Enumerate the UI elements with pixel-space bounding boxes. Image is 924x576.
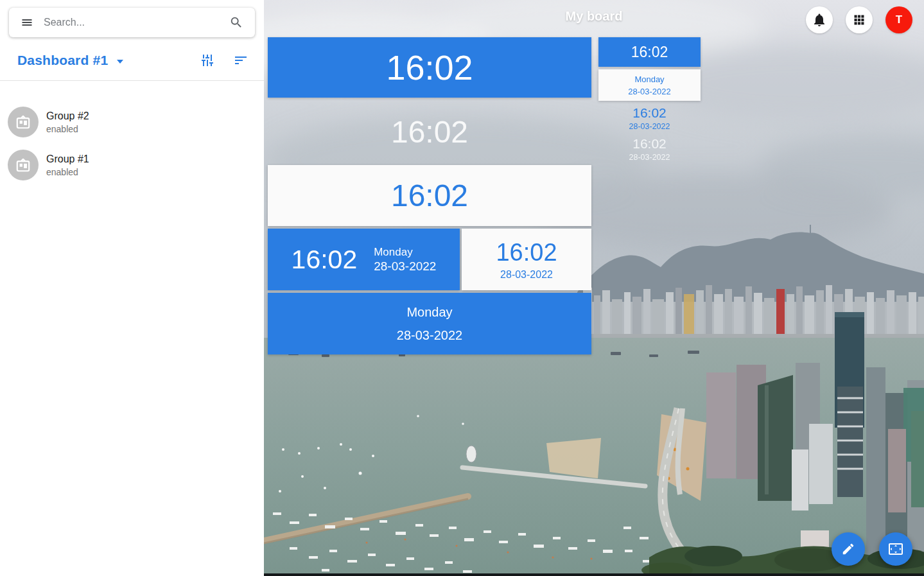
tune-icon (200, 53, 215, 68)
day-date-widget-blue[interactable]: Monday 28-03-2022 (268, 293, 591, 354)
clock-time: 16:02 (631, 44, 668, 61)
clock-date-widget-blue[interactable]: 16:02 Monday 28-03-2022 (268, 229, 460, 290)
user-avatar[interactable]: T (885, 6, 912, 33)
fullscreen-button[interactable] (879, 532, 912, 566)
clock-time: 16:02 (292, 245, 358, 275)
clock-date: 28-03-2022 (629, 122, 670, 131)
clock-day: Monday (406, 305, 452, 320)
clock-widget-large-blue[interactable]: 16:02 (268, 37, 591, 98)
bell-icon (812, 12, 827, 28)
group-avatar (8, 150, 39, 180)
search-button[interactable] (225, 12, 247, 33)
sidebar-divider (0, 80, 264, 81)
clock-day: Monday (634, 73, 664, 85)
search-bar[interactable] (9, 8, 255, 37)
tune-button[interactable] (196, 49, 219, 72)
search-icon (229, 15, 243, 30)
pencil-icon (841, 542, 855, 556)
clock-widget-white[interactable]: 16:02 (268, 165, 591, 226)
dashboard-selector[interactable]: Dashboard #1 (17, 53, 123, 68)
avatar-letter: T (896, 13, 902, 26)
clock-time: 16:02 (496, 239, 557, 266)
hamburger-icon (21, 16, 33, 29)
apps-grid-icon (853, 13, 866, 26)
small-clock-widget-transparent-blue[interactable]: 16:02 28-03-2022 (598, 104, 701, 132)
group-name: Group #2 (46, 110, 89, 122)
app-window: Dashboard #1 (0, 0, 924, 576)
group-name: Group #1 (46, 153, 89, 165)
clock-date: 28-03-2022 (500, 269, 553, 281)
clock-date: 28-03-2022 (397, 328, 462, 343)
apps-button[interactable] (846, 6, 873, 33)
sort-icon (233, 53, 248, 68)
sidebar: Dashboard #1 (0, 0, 264, 576)
dashboard-header-row: Dashboard #1 (0, 46, 264, 74)
small-day-date-widget-white[interactable]: Monday 28-03-2022 (598, 69, 701, 101)
clock-widget-transparent[interactable]: 16:02 (268, 104, 591, 159)
clock-time: 16:02 (632, 105, 667, 121)
sort-button[interactable] (229, 49, 252, 72)
board-canvas: My board T 16:02 16:02 1 (264, 0, 924, 576)
edit-board-button[interactable] (832, 532, 865, 566)
menu-button[interactable] (17, 12, 37, 33)
clock-time: 16:02 (391, 178, 468, 213)
dashboard-title: Dashboard #1 (17, 53, 108, 68)
chevron-down-icon (117, 60, 123, 64)
clock-date: 28-03-2022 (374, 259, 436, 274)
notifications-button[interactable] (806, 6, 833, 33)
clock-date-widget-white[interactable]: 16:02 28-03-2022 (462, 229, 591, 290)
clock-time: 16:02 (632, 136, 667, 152)
clock-time: 16:02 (391, 114, 468, 150)
overscan-icon (888, 541, 903, 557)
group-list-item[interactable]: Group #2 enabled (0, 101, 264, 143)
group-status: enabled (46, 167, 89, 177)
small-clock-widget-transparent-white[interactable]: 16:02 28-03-2022 (598, 134, 701, 164)
group-status: enabled (46, 124, 89, 134)
clock-time: 16:02 (386, 48, 473, 87)
clock-day: Monday (374, 245, 436, 259)
group-avatar (8, 107, 39, 137)
search-input[interactable] (42, 16, 225, 29)
frame-icon (15, 157, 31, 173)
group-list-item[interactable]: Group #1 enabled (0, 144, 264, 186)
clock-date: 28-03-2022 (629, 153, 670, 162)
small-clock-widget-blue[interactable]: 16:02 (598, 37, 701, 67)
clock-date: 28-03-2022 (628, 85, 671, 98)
frame-icon (15, 114, 31, 130)
